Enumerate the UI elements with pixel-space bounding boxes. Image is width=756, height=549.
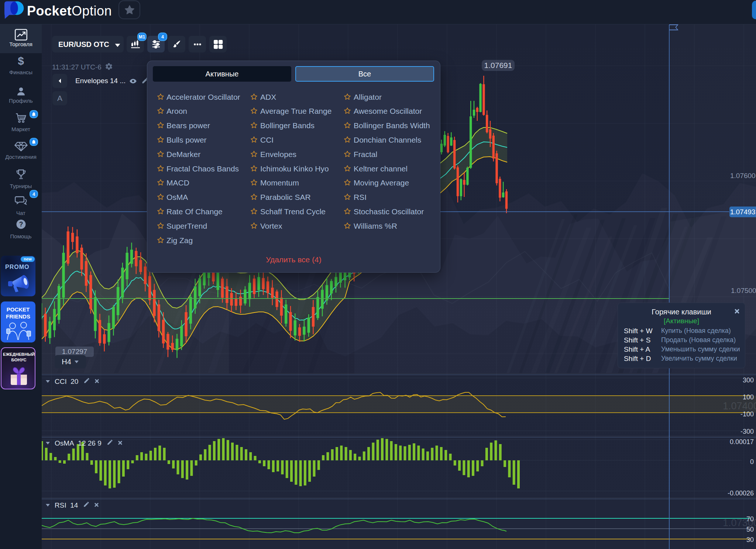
svg-text:?: ? [19, 221, 23, 228]
